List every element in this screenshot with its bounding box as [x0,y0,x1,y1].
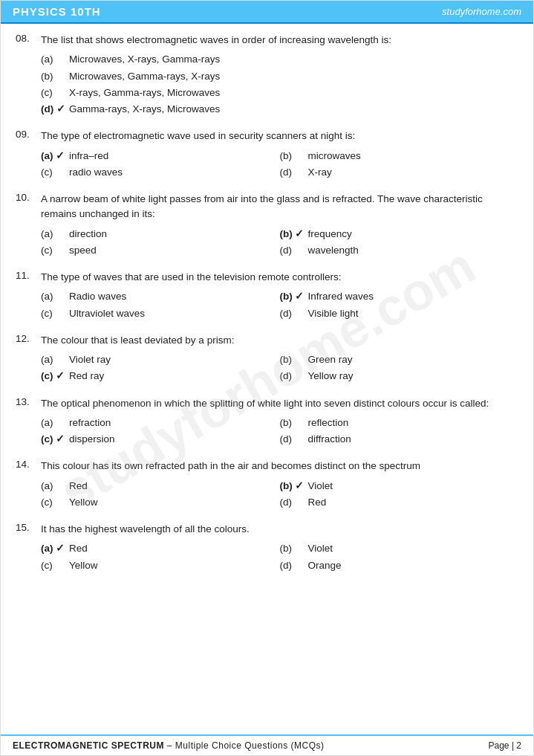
option-label: (b) ✓ [280,289,308,304]
option-item: (d)Yellow ray [280,369,519,384]
option-label: (c) [41,495,69,510]
options-list: (a)Microwaves, X-rays, Gamma-rays(b)Micr… [41,52,518,117]
question-row: 15.It has the highest wavelength of all … [16,522,518,537]
page-footer: ELECTROMAGNETIC SPECTRUM – Multiple Choi… [1,734,533,755]
option-label: (a) [41,227,69,242]
question-text: The type of waves that are used in the t… [41,270,518,285]
question-number: 10. [16,192,41,203]
option-label: (c) [41,85,69,100]
option-text: reflection [308,416,349,430]
option-text: radio waves [69,165,123,180]
option-label: (a) [41,416,69,430]
option-label: (c) [41,165,69,180]
question-row: 10.A narrow beam of white light passes f… [16,192,518,222]
question-text: This colour has its own refracted path i… [41,459,518,474]
option-label: (d) [280,306,308,321]
option-label: (d) [280,558,308,573]
option-label: (d) ✓ [41,102,69,117]
option-text: Red [308,495,327,510]
footer-topic: ELECTROMAGNETIC SPECTRUM – Multiple Choi… [13,740,325,751]
question-row: 12.The colour that is least deviated by … [16,333,518,348]
question-block: 11.The type of waves that are used in th… [16,270,518,321]
question-block: 08.The list that shows electromagnetic w… [16,33,518,117]
option-item: (a)Red [41,479,280,494]
option-label: (b) [41,69,69,84]
option-item: (a)Violet ray [41,352,280,367]
option-item: (c) ✓Red ray [41,369,280,384]
option-item: (d) ✓Gamma-rays, X-rays, Microwaves [41,102,518,117]
option-text: infra–red [69,149,108,164]
option-text: X-rays, Gamma-rays, Microwaves [69,85,220,100]
option-text: Violet [308,541,333,556]
question-row: 08.The list that shows electromagnetic w… [16,33,518,48]
option-label: (b) ✓ [280,479,308,494]
option-item: (c)X-rays, Gamma-rays, Microwaves [41,85,518,100]
options-grid: (a) ✓Red(b)Violet(c)Yellow(d)Orange [41,541,518,573]
question-row: 13.The optical phenomenon in which the s… [16,396,518,411]
option-label: (b) [280,416,308,430]
option-label: (d) [280,432,308,447]
option-item: (b)microwaves [280,149,519,164]
question-text: The optical phenomenon in which the spli… [41,396,518,411]
option-item: (b) ✓frequency [280,227,519,242]
option-text: Yellow ray [308,369,354,384]
option-item: (a)Radio waves [41,289,280,304]
option-item: (b) ✓Infrared waves [280,289,519,304]
option-item: (c) ✓dispersion [41,432,280,447]
option-text: Violet ray [69,352,111,367]
option-label: (b) [280,541,308,556]
option-item: (d)wavelength [280,243,519,258]
option-label: (a) [41,52,69,67]
option-item: (d)Visible light [280,306,519,321]
question-block: 10.A narrow beam of white light passes f… [16,192,518,258]
option-label: (a) [41,479,69,494]
option-label: (c) ✓ [41,432,69,447]
option-label: (b) [280,149,308,164]
option-text: Orange [308,558,342,573]
option-label: (b) [280,352,308,367]
option-label: (d) [280,369,308,384]
question-block: 15.It has the highest wavelength of all … [16,522,518,573]
question-number: 11. [16,270,41,281]
option-item: (c)Yellow [41,495,280,510]
option-text: Red [69,541,88,556]
question-block: 09.The type of electromagnetic wave used… [16,129,518,180]
question-text: It has the highest wavelength of all the… [41,522,518,537]
question-text: The type of electromagnetic wave used in… [41,129,518,143]
question-block: 12.The colour that is least deviated by … [16,333,518,384]
option-text: frequency [308,227,352,242]
option-text: Gamma-rays, X-rays, Microwaves [69,102,220,117]
option-label: (a) ✓ [41,149,69,164]
option-item: (c)radio waves [41,165,280,180]
option-label: (d) [280,165,308,180]
option-label: (a) ✓ [41,541,69,556]
option-text: Radio waves [69,289,126,304]
option-text: Green ray [308,352,353,367]
option-text: wavelength [308,243,359,258]
question-text: The list that shows electromagnetic wave… [41,33,518,48]
option-item: (a)direction [41,227,280,242]
question-number: 09. [16,129,41,140]
option-text: Red [69,479,88,494]
option-text: Infrared waves [308,289,374,304]
options-grid: (a)Violet ray(b)Green ray(c) ✓Red ray(d)… [41,352,518,384]
question-block: 13.The optical phenomenon in which the s… [16,396,518,448]
question-number: 15. [16,522,41,533]
option-item: (a) ✓Red [41,541,280,556]
option-item: (a)refraction [41,416,280,430]
option-item: (a)Microwaves, X-rays, Gamma-rays [41,52,518,67]
question-row: 14.This colour has its own refracted pat… [16,459,518,474]
question-block: 14.This colour has its own refracted pat… [16,459,518,510]
option-text: diffraction [308,432,351,447]
option-text: Ultraviolet waves [69,306,145,321]
page-container: PHYSICS 10TH studyforhome.com 08.The lis… [0,0,534,756]
question-number: 08. [16,33,41,44]
question-number: 13. [16,396,41,407]
option-item: (a) ✓infra–red [41,149,280,164]
option-label: (c) [41,306,69,321]
option-text: speed [69,243,97,258]
option-label: (a) [41,289,69,304]
page-header: PHYSICS 10TH studyforhome.com [1,1,533,24]
option-item: (d)X-ray [280,165,519,180]
option-text: dispersion [69,432,115,447]
